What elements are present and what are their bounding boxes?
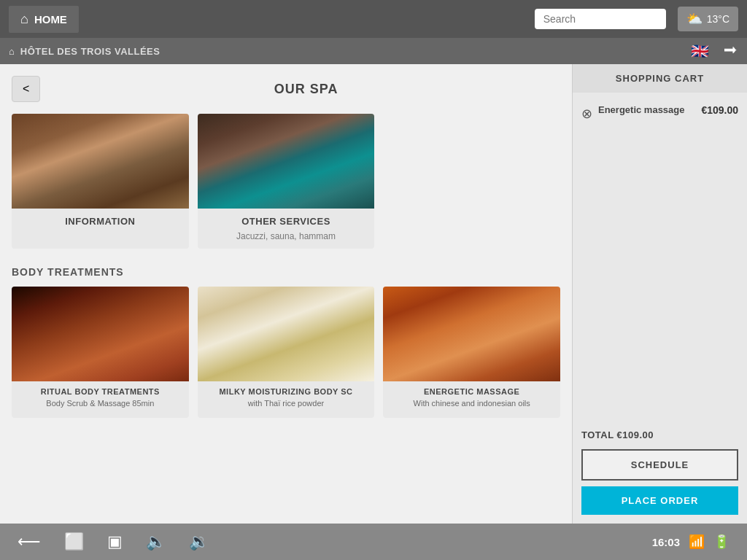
search-input[interactable] [535, 9, 666, 29]
energetic-card-label: ENERGETIC MASSAGE [383, 381, 560, 399]
temperature-label: 13°C [707, 13, 729, 25]
cart-header: SHOPPING CART [573, 64, 747, 93]
main-layout: < OUR SPA INFORMATION OTHER SERVICES Jac… [0, 64, 747, 524]
back-nav-icon[interactable]: ⟵ [18, 532, 41, 551]
back-button[interactable]: < [12, 76, 40, 102]
other-services-card-image [198, 114, 375, 209]
clock-display: 16:03 [652, 536, 680, 548]
milky-card-image [198, 287, 375, 381]
information-card[interactable]: INFORMATION [12, 114, 189, 249]
cart-item-name: Energetic massage [598, 104, 695, 115]
top-cards-spacer [383, 114, 560, 249]
top-right-area: ⛅ 13°C [535, 7, 738, 31]
other-services-card-label: OTHER SERVICES [198, 209, 375, 231]
weather-badge: ⛅ 13°C [678, 7, 738, 31]
page-title: OUR SPA [52, 82, 560, 97]
home-nav-icon[interactable]: ⬜ [64, 532, 84, 551]
home-icon: ⌂ [20, 12, 28, 27]
cart-total-area: TOTAL €109.00 SCHEDULE PLACE ORDER [573, 418, 747, 524]
energetic-treatment-card[interactable]: ENERGETIC MASSAGE With chinese and indon… [383, 287, 560, 418]
top-bar: ⌂ HOME ⛅ 13°C [0, 0, 747, 38]
status-icons: 16:03 📶 🔋 [652, 534, 729, 550]
information-card-image [12, 114, 189, 209]
weather-icon: ⛅ [686, 11, 703, 27]
cart-item-price: €109.00 [701, 104, 738, 116]
ritual-card-sublabel: Body Scrub & Massage 85min [12, 399, 189, 413]
schedule-button[interactable]: SCHEDULE [581, 449, 738, 481]
left-content: < OUR SPA INFORMATION OTHER SERVICES Jac… [0, 64, 572, 524]
treatment-cards-row: RITUAL BODY TREATMENTS Body Scrub & Mass… [12, 287, 560, 418]
ritual-treatment-card[interactable]: RITUAL BODY TREATMENTS Body Scrub & Mass… [12, 287, 189, 418]
top-cards-row: INFORMATION OTHER SERVICES Jacuzzi, saun… [12, 114, 560, 249]
nav-icons: ⟵ ⬜ ▣ 🔈 🔉 [18, 532, 209, 551]
ritual-card-label: RITUAL BODY TREATMENTS [12, 381, 189, 399]
battery-icon: 🔋 [713, 534, 729, 550]
other-services-card-sublabel: Jacuzzi, sauna, hammam [198, 231, 375, 249]
breadcrumb-home-icon: ⌂ [9, 46, 15, 57]
volume-low-icon[interactable]: 🔈 [146, 532, 166, 551]
place-order-button[interactable]: PLACE ORDER [581, 486, 738, 515]
home-label: HOME [34, 13, 67, 26]
ritual-card-image [12, 287, 189, 381]
other-services-card[interactable]: OTHER SERVICES Jacuzzi, sauna, hammam [198, 114, 375, 249]
language-flag[interactable]: 🇬🇧 [691, 42, 709, 60]
home-button[interactable]: ⌂ HOME [9, 6, 79, 33]
milky-card-sublabel: with Thaï rice powder [198, 399, 375, 413]
recent-nav-icon[interactable]: ▣ [107, 532, 123, 551]
wifi-icon: 📶 [689, 534, 705, 550]
body-treatments-section-title: BODY TREATMENTS [12, 266, 560, 278]
cart-item: ⊗ Energetic massage €109.00 [573, 93, 747, 133]
milky-card-label: MILKY MOISTURIZING BODY SC [198, 381, 375, 399]
login-icon[interactable]: ⮕ [724, 43, 738, 60]
remove-item-button[interactable]: ⊗ [581, 106, 592, 122]
energetic-card-image [383, 287, 560, 381]
cart-total-label: TOTAL €109.00 [581, 429, 738, 440]
energetic-card-sublabel: With chinese and indonesian oils [383, 399, 560, 413]
volume-high-icon[interactable]: 🔉 [189, 532, 209, 551]
information-card-label: INFORMATION [12, 209, 189, 231]
breadcrumb: ⌂ HÔTEL DES TROIS VALLÉES 🇬🇧 ⮕ [0, 38, 747, 64]
milky-treatment-card[interactable]: MILKY MOISTURIZING BODY SC with Thaï ric… [198, 287, 375, 418]
breadcrumb-hotel-name: HÔTEL DES TROIS VALLÉES [20, 46, 160, 57]
page-header: < OUR SPA [12, 76, 560, 102]
bottom-bar: ⟵ ⬜ ▣ 🔈 🔉 16:03 📶 🔋 [0, 524, 747, 560]
shopping-cart-sidebar: SHOPPING CART ⊗ Energetic massage €109.0… [572, 64, 747, 524]
